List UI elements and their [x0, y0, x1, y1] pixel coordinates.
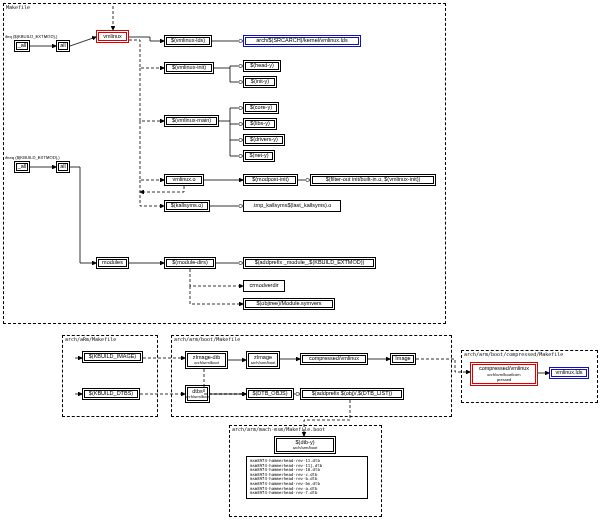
- edges-layer: [0, 0, 600, 519]
- svg-line-1: [70, 37, 96, 46]
